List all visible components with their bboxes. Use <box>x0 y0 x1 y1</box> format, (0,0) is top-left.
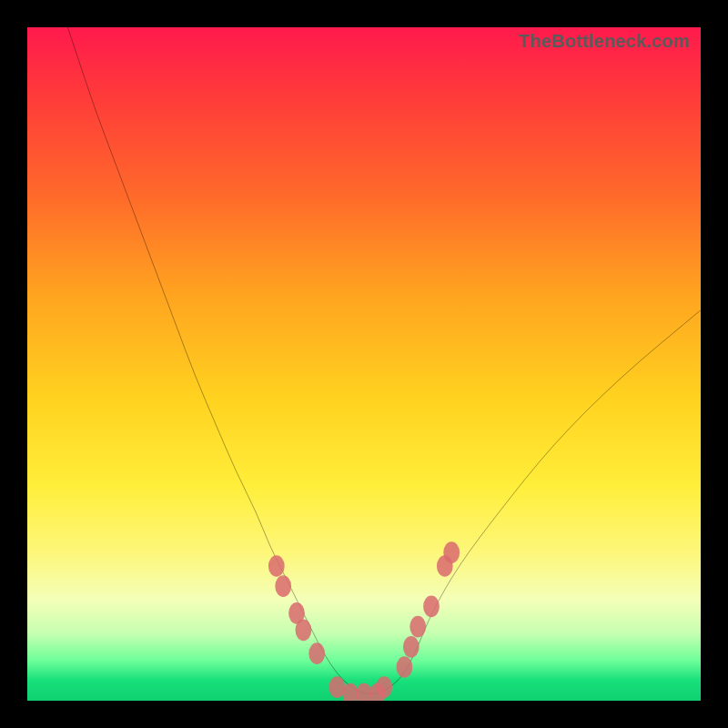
marker-dot <box>376 676 392 698</box>
plot-area: TheBottleneck.com <box>27 27 701 701</box>
marker-dot <box>410 616 426 638</box>
chart-frame: TheBottleneck.com <box>0 0 728 728</box>
bottleneck-curve <box>67 27 701 694</box>
marker-dot <box>443 541 460 563</box>
marker-dot <box>296 619 312 641</box>
marker-dot <box>423 596 440 618</box>
marker-dot <box>275 575 291 597</box>
marker-dot <box>308 642 325 664</box>
chart-svg <box>27 27 701 701</box>
marker-dot <box>397 656 413 678</box>
marker-dot <box>268 555 285 577</box>
markers-group <box>268 541 460 701</box>
marker-dot <box>403 636 420 658</box>
